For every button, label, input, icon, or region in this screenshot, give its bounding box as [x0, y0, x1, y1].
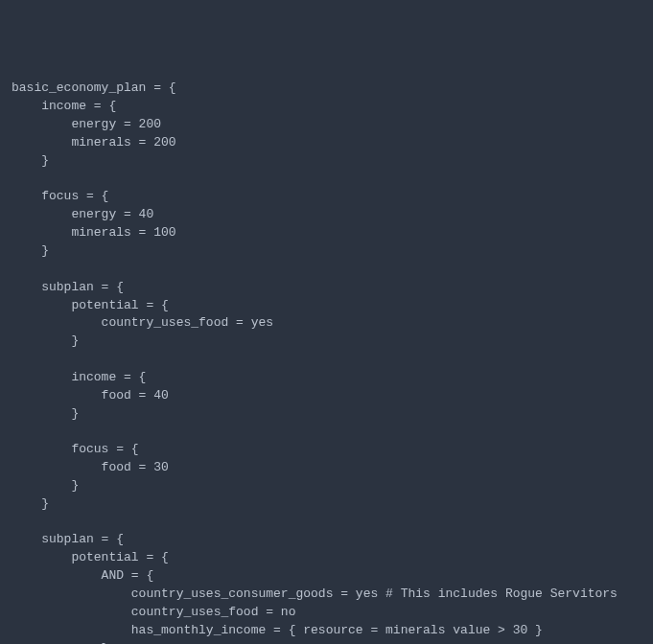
- code-line: [12, 423, 641, 441]
- code-line: food = 40: [12, 387, 641, 405]
- code-line: [12, 261, 641, 279]
- code-line: subplan = {: [12, 531, 641, 549]
- code-line: country_uses_food = no: [12, 604, 641, 622]
- code-line: }: [12, 640, 641, 644]
- code-block: basic_economy_plan = { income = { energy…: [12, 80, 641, 644]
- code-line: energy = 200: [12, 116, 641, 134]
- code-line: income = {: [12, 369, 641, 387]
- code-line: potential = {: [12, 549, 641, 567]
- code-line: subplan = {: [12, 279, 641, 297]
- code-line: }: [12, 495, 641, 514]
- code-line: [12, 351, 641, 369]
- code-line: focus = {: [12, 188, 641, 206]
- code-line: has_monthly_income = { resource = minera…: [12, 622, 641, 640]
- code-line: }: [12, 152, 641, 171]
- code-line: country_uses_food = yes: [12, 314, 641, 333]
- code-line: focus = {: [12, 441, 641, 459]
- code-line: [12, 514, 641, 532]
- code-line: energy = 40: [12, 206, 641, 224]
- code-line: country_uses_consumer_goods = yes # This…: [12, 586, 641, 604]
- code-line: minerals = 200: [12, 134, 641, 152]
- code-line: income = {: [12, 98, 641, 116]
- code-line: [12, 171, 641, 189]
- code-line: food = 30: [12, 459, 641, 477]
- code-line: }: [12, 242, 641, 261]
- code-line: }: [12, 477, 641, 495]
- code-line: minerals = 100: [12, 224, 641, 242]
- code-line: basic_economy_plan = {: [12, 80, 641, 98]
- code-line: }: [12, 405, 641, 424]
- code-line: }: [12, 333, 641, 351]
- code-line: AND = {: [12, 567, 641, 586]
- code-line: potential = {: [12, 297, 641, 315]
